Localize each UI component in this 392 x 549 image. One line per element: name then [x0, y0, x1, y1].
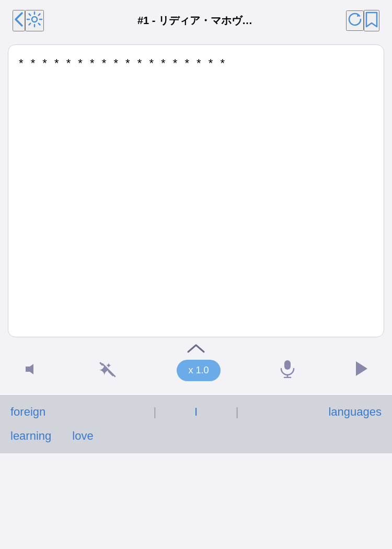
refresh-button[interactable]: [346, 10, 364, 31]
suggestions-row-1: foreign | I | languages: [0, 396, 392, 425]
svg-point-0: [32, 17, 37, 22]
suggestion-i[interactable]: I: [162, 405, 230, 419]
speed-badge[interactable]: x 1.0: [177, 360, 220, 381]
bookmark-button[interactable]: [364, 10, 379, 31]
microphone-button[interactable]: [279, 359, 296, 382]
svg-marker-1: [26, 364, 33, 374]
suggestion-learning[interactable]: learning: [10, 429, 51, 443]
svg-marker-11: [356, 361, 367, 376]
text-content: * * * * * * * * * * * * * * * * * *: [19, 56, 227, 70]
controls-row: ✦ ✦ x 1.0: [8, 359, 384, 382]
back-button[interactable]: [13, 10, 25, 31]
page-title: #1 - リディア・マホヴ…: [44, 14, 346, 28]
controls-area: ✦ ✦ x 1.0: [8, 337, 384, 385]
svg-line-2: [35, 368, 37, 371]
keyboard-suggestions: foreign | I | languages learning love: [0, 395, 392, 453]
text-display-area: * * * * * * * * * * * * * * * * * *: [8, 44, 384, 337]
volume-button[interactable]: [24, 362, 39, 379]
suggestion-languages[interactable]: languages: [244, 405, 382, 419]
settings-button[interactable]: [25, 10, 44, 31]
main-content: * * * * * * * * * * * * * * * * * * ✦: [0, 39, 392, 390]
suggestion-love[interactable]: love: [72, 429, 93, 443]
divider-1: |: [148, 405, 162, 419]
sparkle-button[interactable]: ✦ ✦: [98, 360, 118, 382]
suggestions-row-2: learning love: [0, 425, 392, 453]
divider-2: |: [230, 405, 244, 419]
svg-rect-8: [284, 360, 291, 370]
suggestion-foreign[interactable]: foreign: [10, 405, 148, 419]
nav-bar: #1 - リディア・マホヴ…: [0, 0, 392, 39]
chevron-up-icon[interactable]: [186, 342, 206, 356]
play-button[interactable]: [355, 360, 368, 381]
